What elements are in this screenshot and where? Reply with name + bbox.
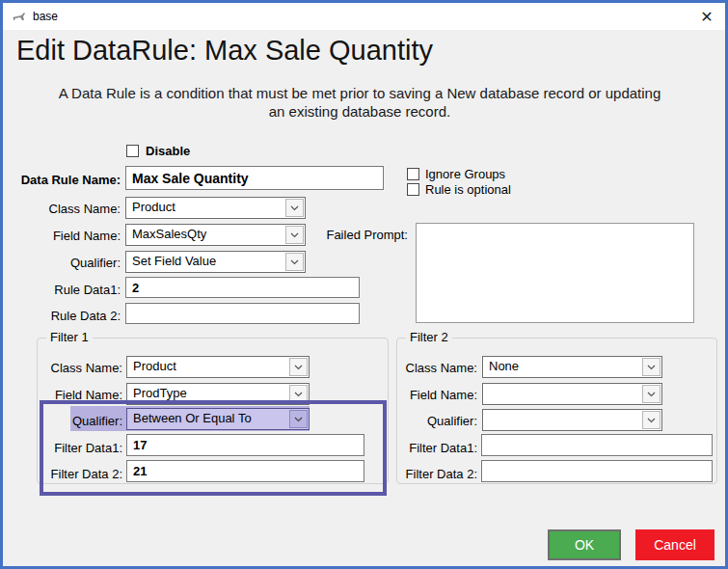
- filter2-class-name-value: None: [483, 357, 641, 377]
- field-name-select[interactable]: MaxSalesQty: [125, 224, 306, 246]
- filter1-qualifier-label: Qualifier:: [32, 414, 122, 428]
- page-title: Edit DataRule: Max Sale Quantity: [16, 35, 433, 67]
- filter2-qualifier-select[interactable]: [482, 409, 662, 431]
- filter1-data1-input[interactable]: [126, 434, 364, 456]
- window-title: base: [33, 10, 58, 23]
- rule-is-optional-label: Rule is optional: [425, 182, 511, 197]
- chevron-down-icon: [642, 385, 661, 403]
- filter1-data2-input[interactable]: [126, 460, 364, 482]
- class-name-label: Class Name:: [11, 202, 121, 216]
- field-name-label: Field Name:: [11, 229, 121, 243]
- field-name-value: MaxSalesQty: [126, 225, 284, 245]
- filter2-class-name-label: Class Name:: [387, 361, 477, 375]
- filter2-data2-input[interactable]: [481, 460, 713, 482]
- data-rule-name-label: Data Rule Name:: [11, 173, 121, 187]
- description: A Data Rule is a condition that must be …: [51, 84, 668, 121]
- filter2-data2-label: Filter Data 2:: [387, 467, 477, 481]
- filter2-field-name-value: [483, 384, 641, 404]
- filter2-title: Filter 2: [406, 330, 452, 344]
- chevron-down-icon: [289, 385, 308, 403]
- cancel-button[interactable]: Cancel: [635, 529, 715, 560]
- chevron-down-icon: [285, 199, 304, 217]
- filter1-field-name-label: Field Name:: [32, 388, 122, 402]
- failed-prompt-label: Failed Prompt:: [321, 228, 408, 242]
- ignore-groups-checkbox[interactable]: [407, 168, 419, 180]
- rule-data1-input[interactable]: [125, 277, 360, 298]
- ignore-groups-label: Ignore Groups: [425, 167, 505, 181]
- class-name-value: Product: [126, 198, 284, 218]
- filter1-data2-label: Filter Data 2:: [32, 467, 122, 481]
- dialog-window: base ✕ Edit DataRule: Max Sale Quantity …: [0, 0, 728, 569]
- failed-prompt-textarea[interactable]: [416, 223, 694, 323]
- filter2-class-name-select[interactable]: None: [482, 356, 662, 378]
- data-rule-name-input[interactable]: [125, 166, 384, 190]
- chevron-down-icon: [642, 358, 661, 376]
- qualifier-value: Set Field Value: [126, 252, 284, 272]
- filter1-class-name-label: Class Name:: [32, 361, 122, 375]
- chevron-down-icon: [289, 358, 308, 376]
- titlebar: base ✕: [3, 3, 725, 30]
- qualifier-select[interactable]: Set Field Value: [125, 251, 306, 273]
- filter1-qualifier-select[interactable]: Between Or Equal To: [126, 408, 310, 430]
- chevron-down-icon: [285, 226, 304, 244]
- rule-data2-input[interactable]: [125, 303, 360, 324]
- filter1-qualifier-value: Between Or Equal To: [127, 409, 288, 429]
- app-icon: [12, 11, 26, 22]
- filter1-class-name-select[interactable]: Product: [126, 356, 310, 378]
- rule-data2-label: Rule Data 2:: [11, 309, 121, 323]
- rule-data1-label: Rule Data1:: [11, 283, 121, 297]
- filter2-qualifier-value: [483, 410, 641, 430]
- filter1-field-name-select[interactable]: ProdType: [126, 383, 310, 405]
- filter2-field-name-select[interactable]: [482, 383, 662, 405]
- disable-checkbox-label: Disable: [146, 144, 190, 158]
- disable-checkbox[interactable]: [126, 145, 139, 157]
- filter1-field-name-value: ProdType: [127, 384, 288, 404]
- filter1-title: Filter 1: [46, 330, 93, 344]
- chevron-down-icon: [285, 253, 304, 271]
- class-name-select[interactable]: Product: [125, 197, 306, 219]
- qualifier-label: Qualifier:: [11, 256, 121, 270]
- rule-is-optional-checkbox[interactable]: [407, 183, 419, 196]
- chevron-down-icon: [642, 411, 661, 429]
- filter2-data1-label: Filter Data1:: [387, 441, 477, 455]
- filter1-class-name-value: Product: [127, 357, 288, 377]
- filter1-data1-label: Filter Data1:: [32, 441, 122, 455]
- filter2-qualifier-label: Qualifier:: [387, 414, 477, 428]
- chevron-down-icon: [289, 410, 308, 428]
- close-icon[interactable]: ✕: [695, 5, 718, 28]
- ok-button[interactable]: OK: [548, 529, 621, 560]
- filter2-field-name-label: Field Name:: [387, 388, 477, 402]
- filter2-data1-input[interactable]: [481, 434, 713, 456]
